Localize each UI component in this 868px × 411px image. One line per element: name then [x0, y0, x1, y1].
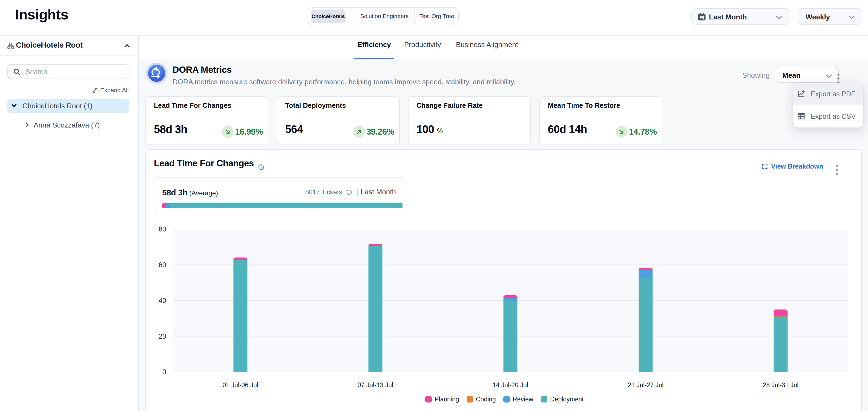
svg-text:80: 80 [159, 225, 166, 233]
svg-text:0: 0 [162, 368, 166, 376]
svg-text:07 Jul-13 Jul: 07 Jul-13 Jul [358, 381, 393, 388]
svg-text:20: 20 [159, 333, 166, 340]
svg-text:60: 60 [159, 261, 166, 269]
svg-text:01 Jul-06 Jul: 01 Jul-06 Jul [223, 381, 258, 388]
svg-text:40: 40 [159, 297, 166, 304]
svg-text:Coding: Coding [476, 396, 496, 403]
svg-text:28 Jul-31 Jul: 28 Jul-31 Jul [763, 381, 799, 388]
svg-text:Planning: Planning [435, 396, 459, 403]
svg-text:Review: Review [513, 396, 533, 403]
svg-text:Deployment: Deployment [550, 396, 584, 403]
svg-text:14 Jul-20 Jul: 14 Jul-20 Jul [493, 381, 528, 388]
svg-text:21 Jul-27 Jul: 21 Jul-27 Jul [628, 381, 663, 388]
